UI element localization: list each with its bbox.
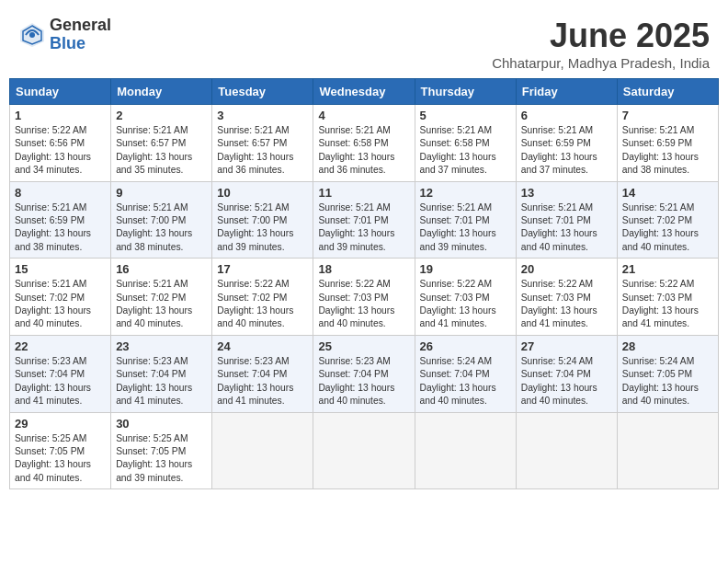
day-number: 27 [521, 339, 612, 353]
day-info: Sunrise: 5:21 AM Sunset: 7:02 PM Dayligh… [116, 278, 207, 331]
day-info: Sunrise: 5:21 AM Sunset: 6:59 PM Dayligh… [622, 124, 713, 178]
day-number: 3 [217, 109, 308, 122]
day-info: Sunrise: 5:21 AM Sunset: 7:02 PM Dayligh… [622, 201, 713, 255]
day-info: Sunrise: 5:21 AM Sunset: 7:01 PM Dayligh… [420, 201, 511, 255]
day-number: 18 [318, 262, 409, 276]
day-info: Sunrise: 5:23 AM Sunset: 7:04 PM Dayligh… [217, 355, 308, 408]
day-number: 12 [420, 186, 511, 200]
calendar-cell-2-5: 12Sunrise: 5:21 AM Sunset: 7:01 PM Dayli… [415, 181, 516, 259]
calendar-cell-2-7: 14Sunrise: 5:21 AM Sunset: 7:02 PM Dayli… [617, 181, 718, 259]
day-info: Sunrise: 5:21 AM Sunset: 6:57 PM Dayligh… [217, 124, 308, 178]
day-number: 14 [622, 186, 713, 200]
day-number: 23 [116, 339, 207, 353]
logo-general-text: General [50, 17, 111, 35]
day-number: 7 [622, 109, 713, 122]
location-subtitle: Chhatarpur, Madhya Pradesh, India [492, 55, 710, 71]
day-info: Sunrise: 5:22 AM Sunset: 7:03 PM Dayligh… [318, 278, 409, 331]
calendar-cell-1-5: 5Sunrise: 5:21 AM Sunset: 6:58 PM Daylig… [415, 105, 516, 182]
calendar-cell-2-2: 9Sunrise: 5:21 AM Sunset: 7:00 PM Daylig… [111, 181, 212, 259]
day-info: Sunrise: 5:21 AM Sunset: 7:01 PM Dayligh… [521, 201, 612, 255]
day-info: Sunrise: 5:25 AM Sunset: 7:05 PM Dayligh… [15, 432, 106, 486]
day-number: 15 [15, 262, 106, 276]
header-monday: Monday [111, 79, 212, 105]
day-info: Sunrise: 5:21 AM Sunset: 7:01 PM Dayligh… [318, 201, 409, 255]
calendar-cell-4-7: 28Sunrise: 5:24 AM Sunset: 7:05 PM Dayli… [617, 335, 718, 412]
day-info: Sunrise: 5:24 AM Sunset: 7:05 PM Dayligh… [622, 355, 713, 408]
calendar-week-4: 22Sunrise: 5:23 AM Sunset: 7:04 PM Dayli… [10, 335, 719, 412]
day-info: Sunrise: 5:22 AM Sunset: 6:56 PM Dayligh… [15, 124, 106, 178]
calendar-cell-5-2: 30Sunrise: 5:25 AM Sunset: 7:05 PM Dayli… [111, 412, 212, 489]
day-info: Sunrise: 5:24 AM Sunset: 7:04 PM Dayligh… [521, 355, 612, 408]
header: General Blue June 2025 Chhatarpur, Madhy… [9, 9, 719, 75]
calendar-cell-5-7 [617, 412, 718, 489]
calendar-cell-2-3: 10Sunrise: 5:21 AM Sunset: 7:00 PM Dayli… [212, 181, 313, 259]
calendar-cell-1-6: 6Sunrise: 5:21 AM Sunset: 6:59 PM Daylig… [516, 105, 617, 182]
calendar-week-1: 1Sunrise: 5:22 AM Sunset: 6:56 PM Daylig… [10, 105, 719, 182]
calendar-cell-4-2: 23Sunrise: 5:23 AM Sunset: 7:04 PM Dayli… [111, 335, 212, 412]
day-number: 16 [116, 262, 207, 276]
day-number: 22 [15, 339, 106, 353]
day-number: 28 [622, 339, 713, 353]
day-number: 6 [521, 109, 612, 122]
calendar-cell-4-6: 27Sunrise: 5:24 AM Sunset: 7:04 PM Dayli… [516, 335, 617, 412]
calendar-cell-4-4: 25Sunrise: 5:23 AM Sunset: 7:04 PM Dayli… [313, 335, 415, 412]
day-info: Sunrise: 5:21 AM Sunset: 7:02 PM Dayligh… [15, 278, 106, 331]
header-saturday: Saturday [617, 79, 718, 105]
day-number: 5 [420, 109, 511, 122]
calendar-cell-5-5 [415, 412, 516, 489]
day-info: Sunrise: 5:21 AM Sunset: 6:59 PM Dayligh… [521, 124, 612, 178]
calendar-cell-2-6: 13Sunrise: 5:21 AM Sunset: 7:01 PM Dayli… [516, 181, 617, 259]
header-sunday: Sunday [10, 79, 111, 105]
day-info: Sunrise: 5:23 AM Sunset: 7:04 PM Dayligh… [15, 355, 106, 408]
day-info: Sunrise: 5:21 AM Sunset: 7:00 PM Dayligh… [217, 201, 308, 255]
calendar-cell-5-3 [212, 412, 313, 489]
day-number: 21 [622, 262, 713, 276]
calendar-cell-4-5: 26Sunrise: 5:24 AM Sunset: 7:04 PM Dayli… [415, 335, 516, 412]
day-info: Sunrise: 5:21 AM Sunset: 6:57 PM Dayligh… [116, 124, 207, 178]
calendar-cell-3-6: 20Sunrise: 5:22 AM Sunset: 7:03 PM Dayli… [516, 259, 617, 336]
day-number: 29 [15, 417, 106, 431]
calendar-cell-4-1: 22Sunrise: 5:23 AM Sunset: 7:04 PM Dayli… [10, 335, 111, 412]
day-info: Sunrise: 5:22 AM Sunset: 7:02 PM Dayligh… [217, 278, 308, 331]
day-number: 9 [116, 186, 207, 200]
day-number: 20 [521, 262, 612, 276]
calendar-week-3: 15Sunrise: 5:21 AM Sunset: 7:02 PM Dayli… [10, 259, 719, 336]
logo-blue-text: Blue [50, 35, 111, 53]
calendar-cell-3-5: 19Sunrise: 5:22 AM Sunset: 7:03 PM Dayli… [415, 259, 516, 336]
month-title: June 2025 [492, 17, 710, 55]
day-info: Sunrise: 5:23 AM Sunset: 7:04 PM Dayligh… [318, 355, 409, 408]
title-area: June 2025 Chhatarpur, Madhya Pradesh, In… [492, 17, 710, 71]
header-wednesday: Wednesday [313, 79, 415, 105]
calendar-cell-1-7: 7Sunrise: 5:21 AM Sunset: 6:59 PM Daylig… [617, 105, 718, 182]
day-number: 11 [318, 186, 409, 200]
day-info: Sunrise: 5:21 AM Sunset: 6:58 PM Dayligh… [420, 124, 511, 178]
day-number: 8 [15, 186, 106, 200]
calendar-week-2: 8Sunrise: 5:21 AM Sunset: 6:59 PM Daylig… [10, 181, 719, 259]
day-number: 26 [420, 339, 511, 353]
day-info: Sunrise: 5:22 AM Sunset: 7:03 PM Dayligh… [622, 278, 713, 331]
calendar-cell-5-6 [516, 412, 617, 489]
logo: General Blue [18, 17, 111, 53]
day-number: 17 [217, 262, 308, 276]
day-number: 30 [116, 417, 207, 431]
day-number: 10 [217, 186, 308, 200]
day-info: Sunrise: 5:25 AM Sunset: 7:05 PM Dayligh… [116, 432, 207, 486]
header-thursday: Thursday [415, 79, 516, 105]
header-tuesday: Tuesday [212, 79, 313, 105]
calendar-cell-1-3: 3Sunrise: 5:21 AM Sunset: 6:57 PM Daylig… [212, 105, 313, 182]
logo-icon [18, 21, 46, 49]
logo-text: General Blue [50, 17, 111, 53]
day-info: Sunrise: 5:22 AM Sunset: 7:03 PM Dayligh… [420, 278, 511, 331]
day-info: Sunrise: 5:24 AM Sunset: 7:04 PM Dayligh… [420, 355, 511, 408]
calendar-cell-5-1: 29Sunrise: 5:25 AM Sunset: 7:05 PM Dayli… [10, 412, 111, 489]
calendar-cell-3-3: 17Sunrise: 5:22 AM Sunset: 7:02 PM Dayli… [212, 259, 313, 336]
day-number: 13 [521, 186, 612, 200]
day-info: Sunrise: 5:21 AM Sunset: 7:00 PM Dayligh… [116, 201, 207, 255]
day-number: 19 [420, 262, 511, 276]
day-number: 2 [116, 109, 207, 122]
calendar-cell-5-4 [313, 412, 415, 489]
calendar-header-row: SundayMondayTuesdayWednesdayThursdayFrid… [10, 79, 719, 105]
calendar-cell-2-1: 8Sunrise: 5:21 AM Sunset: 6:59 PM Daylig… [10, 181, 111, 259]
calendar-cell-1-4: 4Sunrise: 5:21 AM Sunset: 6:58 PM Daylig… [313, 105, 415, 182]
day-info: Sunrise: 5:21 AM Sunset: 6:59 PM Dayligh… [15, 201, 106, 255]
